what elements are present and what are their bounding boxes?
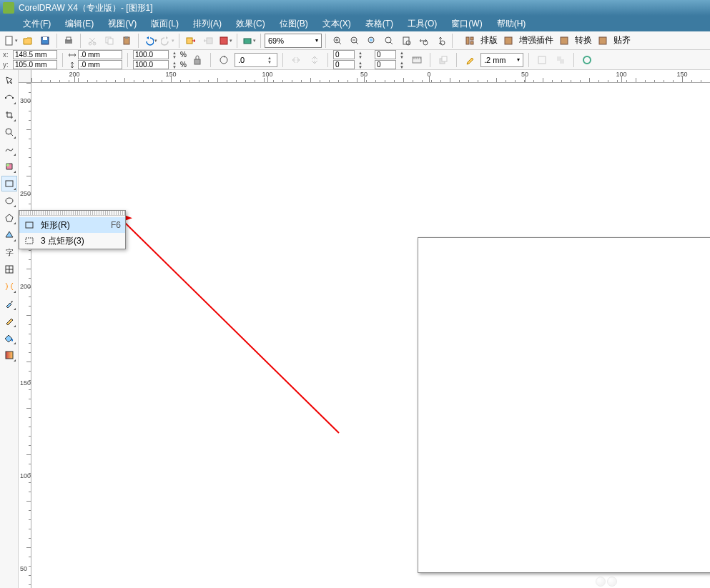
convert-button[interactable]: [556, 33, 572, 49]
menu-bar: 文件(F) 编辑(E) 视图(V) 版面(L) 排列(A) 效果(C) 位图(B…: [0, 16, 710, 31]
paste-button[interactable]: [119, 33, 134, 49]
svg-rect-4: [66, 37, 71, 40]
zoom-in-button[interactable]: [330, 33, 345, 49]
menu-effects[interactable]: 效果(C): [229, 16, 272, 32]
nudge-group: ▲▼ ▲▼: [333, 50, 365, 69]
save-button[interactable]: [37, 33, 53, 49]
pick-tool[interactable]: [1, 73, 17, 89]
smart-fill-tool[interactable]: [1, 159, 17, 174]
zoom-height-button[interactable]: [433, 33, 448, 49]
width-input[interactable]: [78, 50, 122, 59]
menu-file[interactable]: 文件(F): [16, 16, 58, 32]
menu-window[interactable]: 窗口(W): [444, 16, 489, 32]
x-position-input[interactable]: [13, 50, 57, 59]
height-input[interactable]: [78, 60, 122, 69]
y-position-input[interactable]: [13, 60, 57, 69]
interactive-fill-tool[interactable]: [1, 347, 17, 363]
flyout-item-rectangle[interactable]: 矩形(R) F6: [19, 217, 125, 233]
welcome-button[interactable]: ▾: [241, 33, 257, 49]
mirror-v-button[interactable]: [307, 52, 322, 68]
rotation-input[interactable]: .0▲▼: [235, 53, 277, 67]
print-button[interactable]: [61, 33, 77, 49]
scale-x-input[interactable]: [133, 50, 169, 59]
menu-text[interactable]: 文本(X): [315, 16, 358, 32]
zoom-all-button[interactable]: [381, 33, 397, 49]
zoom-width-button[interactable]: [415, 33, 431, 49]
scale-group: ▲▼% ▲▼%: [133, 50, 187, 69]
zoom-out-button[interactable]: [347, 33, 363, 49]
rotation-icon: [216, 52, 232, 68]
property-bar: x: y: ▲▼% ▲▼% .0▲▼ ▲▼ ▲▼ ▲▼ ▲▼: [0, 50, 710, 70]
interactive-tool[interactable]: [1, 279, 17, 294]
snap-label: 贴齐: [612, 34, 632, 46]
zoom-tool[interactable]: [1, 124, 17, 140]
polygon-tool[interactable]: [1, 210, 17, 226]
freehand-tool[interactable]: [1, 141, 17, 157]
page-boundary: [418, 237, 710, 573]
zoom-level-dropdown[interactable]: 69% ▾: [265, 34, 322, 48]
canvas-viewport[interactable]: [31, 83, 710, 588]
text-tool[interactable]: 字: [1, 244, 17, 260]
menu-edit[interactable]: 编辑(E): [58, 16, 101, 32]
eyedropper-tool[interactable]: [1, 296, 17, 312]
height-icon: [68, 61, 77, 69]
menu-help[interactable]: 帮助(H): [490, 16, 533, 32]
outline-tool[interactable]: [1, 313, 17, 329]
nudge-x-input[interactable]: [333, 50, 355, 59]
menu-arrange[interactable]: 排列(A): [186, 16, 229, 32]
to-front-button[interactable]: [435, 52, 451, 68]
svg-rect-43: [6, 181, 13, 186]
export-button[interactable]: [200, 33, 216, 49]
ruler-vertical[interactable]: 30025020015010050: [19, 83, 31, 588]
plugin-button[interactable]: [501, 33, 516, 49]
outline-pen-icon: [462, 52, 478, 68]
menu-bitmaps[interactable]: 位图(B): [272, 16, 315, 32]
crop-tool[interactable]: [1, 107, 17, 123]
rectangle-tool[interactable]: [1, 176, 17, 191]
flyout-item-3point-rectangle[interactable]: 3 点矩形(3): [19, 233, 125, 249]
import-button[interactable]: [183, 33, 199, 49]
dup-x-input[interactable]: [375, 50, 396, 59]
svg-point-19: [385, 37, 391, 43]
lock-ratio-button[interactable]: [189, 52, 205, 68]
ruler-horizontal[interactable]: 20015010050050100150: [31, 70, 710, 83]
title-bar: CorelDRAW X4（专业版）- [图形1]: [0, 0, 710, 16]
options-button[interactable]: [579, 52, 595, 68]
new-button[interactable]: ▾: [3, 33, 19, 49]
zoom-selection-button[interactable]: [364, 33, 380, 49]
dup-y-input[interactable]: [375, 60, 396, 69]
wrap-text-button[interactable]: [534, 52, 550, 68]
flyout-item-shortcut: F6: [111, 220, 121, 230]
svg-rect-29: [599, 37, 606, 44]
undo-button[interactable]: ▾: [142, 33, 158, 49]
basic-shapes-tool[interactable]: [1, 227, 17, 243]
svg-point-38: [583, 56, 591, 64]
snap-button[interactable]: [595, 33, 611, 49]
open-button[interactable]: [20, 33, 36, 49]
svg-rect-0: [6, 36, 12, 45]
copy-button[interactable]: [102, 33, 117, 49]
svg-rect-11: [187, 38, 192, 44]
zoom-page-button[interactable]: [398, 33, 414, 49]
nudge-y-input[interactable]: [333, 60, 355, 69]
ellipse-tool[interactable]: [1, 193, 17, 209]
fill-tool[interactable]: [1, 330, 17, 346]
mirror-h-button[interactable]: [288, 52, 304, 68]
menu-table[interactable]: 表格(T): [358, 16, 400, 32]
outline-width-dropdown[interactable]: .2 mm▾: [480, 53, 523, 67]
menu-tools[interactable]: 工具(O): [400, 16, 444, 32]
shape-tool[interactable]: [1, 90, 17, 106]
menu-layout[interactable]: 版面(L): [144, 16, 186, 32]
menu-view[interactable]: 视图(V): [101, 16, 144, 32]
table-tool[interactable]: [1, 261, 17, 277]
x-label: x:: [3, 51, 11, 59]
layout-tools-button[interactable]: [462, 33, 478, 49]
cut-button[interactable]: [84, 33, 100, 49]
combine-button[interactable]: [553, 52, 568, 68]
app-launcher-button[interactable]: ▾: [217, 33, 233, 49]
scale-y-input[interactable]: [133, 60, 169, 69]
units-button[interactable]: [409, 52, 425, 68]
redo-button[interactable]: ▾: [159, 33, 175, 49]
ruler-corner[interactable]: [19, 70, 31, 83]
flyout-grip[interactable]: [19, 211, 125, 216]
